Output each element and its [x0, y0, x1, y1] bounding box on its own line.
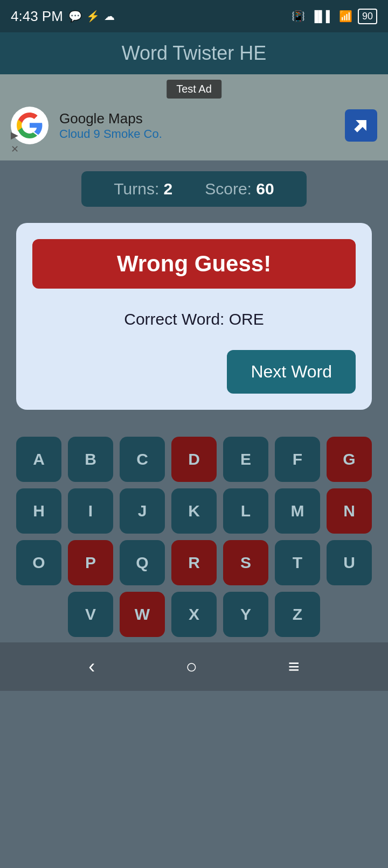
menu-button[interactable]: ≡ — [288, 655, 300, 678]
key-w[interactable]: W — [120, 592, 165, 637]
signal-icon: ▐▌▌ — [310, 10, 334, 23]
keyboard-section: ABCDEFGHIJKLMNOPQRSTUVWXYZ — [0, 426, 388, 642]
play-icon: ▶ — [11, 129, 19, 141]
ad-banner[interactable]: Test Ad Google Maps Cloud 9 Smoke Co. ▶ … — [0, 74, 388, 160]
key-s[interactable]: S — [223, 540, 268, 585]
key-f[interactable]: F — [275, 437, 320, 482]
dialog: Wrong Guess! Correct Word: ORE Next Word — [16, 223, 372, 410]
keyboard-row: OPQRSTU — [9, 540, 379, 585]
score-label: Score: 60 — [205, 180, 274, 198]
key-o[interactable]: O — [16, 540, 61, 585]
key-h[interactable]: H — [16, 488, 61, 534]
title-bar: Word Twister HE — [0, 32, 388, 74]
key-y[interactable]: Y — [223, 592, 268, 637]
whatsapp-icon: 💬 — [68, 10, 82, 23]
key-g[interactable]: G — [327, 437, 372, 482]
next-word-button[interactable]: Next Word — [227, 350, 356, 394]
back-button[interactable]: ‹ — [88, 655, 95, 678]
key-l[interactable]: L — [223, 488, 268, 534]
usb-icon: ⚡ — [86, 10, 100, 23]
turns-value: 2 — [164, 180, 173, 198]
key-q[interactable]: Q — [120, 540, 165, 585]
status-bar: 4:43 PM 💬 ⚡ ☁ 📳 ▐▌▌ 📶 90 — [0, 0, 388, 32]
wrong-guess-text: Wrong Guess! — [117, 251, 271, 276]
ad-company: Google Maps — [59, 110, 345, 127]
ad-label: Test Ad — [167, 80, 221, 99]
key-m[interactable]: M — [275, 488, 320, 534]
key-b[interactable]: B — [68, 437, 113, 482]
key-z[interactable]: Z — [275, 592, 320, 637]
key-n[interactable]: N — [327, 488, 372, 534]
key-v[interactable]: V — [68, 592, 113, 637]
key-x[interactable]: X — [171, 592, 217, 637]
svg-marker-0 — [351, 116, 371, 135]
key-d[interactable]: D — [171, 437, 217, 482]
battery-icon: 90 — [358, 9, 377, 24]
ad-controls: ▶ ✕ — [11, 129, 19, 155]
score-container: Turns: 2 Score: 60 — [81, 171, 306, 207]
dialog-overlay: Wrong Guess! Correct Word: ORE Next Word — [0, 218, 388, 426]
key-a[interactable]: A — [16, 437, 61, 482]
direction-icon — [351, 116, 371, 135]
home-button[interactable]: ○ — [186, 655, 198, 678]
status-time: 4:43 PM — [11, 8, 63, 25]
ad-nav-icon[interactable] — [345, 109, 377, 142]
vibrate-icon: 📳 — [292, 10, 305, 23]
turns-label: Turns: 2 — [114, 180, 172, 198]
score-value: 60 — [256, 180, 274, 198]
cloud-icon: ☁ — [104, 10, 115, 23]
keyboard-row: VWXYZ — [9, 592, 379, 637]
app-title: Word Twister HE — [122, 42, 267, 64]
next-word-row: Next Word — [32, 350, 356, 394]
status-left: 4:43 PM 💬 ⚡ ☁ — [11, 8, 115, 25]
key-p[interactable]: P — [68, 540, 113, 585]
key-t[interactable]: T — [275, 540, 320, 585]
ad-subtitle: Cloud 9 Smoke Co. — [59, 127, 345, 141]
wrong-guess-banner: Wrong Guess! — [32, 239, 356, 289]
key-k[interactable]: K — [171, 488, 217, 534]
google-logo-svg — [16, 112, 43, 139]
key-i[interactable]: I — [68, 488, 113, 534]
key-j[interactable]: J — [120, 488, 165, 534]
key-r[interactable]: R — [171, 540, 217, 585]
correct-word-text: Correct Word: ORE — [32, 305, 356, 334]
close-icon: ✕ — [11, 143, 19, 155]
key-u[interactable]: U — [327, 540, 372, 585]
keyboard-row: ABCDEFG — [9, 437, 379, 482]
keyboard-row: HIJKLMN — [9, 488, 379, 534]
key-e[interactable]: E — [223, 437, 268, 482]
ad-content: Google Maps Cloud 9 Smoke Co. — [59, 110, 345, 141]
key-c[interactable]: C — [120, 437, 165, 482]
status-icons: 💬 ⚡ ☁ — [68, 10, 115, 23]
nav-bar: ‹ ○ ≡ — [0, 642, 388, 691]
wifi-icon: 📶 — [339, 10, 352, 23]
score-bar: Turns: 2 Score: 60 — [0, 160, 388, 218]
status-right: 📳 ▐▌▌ 📶 90 — [292, 9, 377, 24]
